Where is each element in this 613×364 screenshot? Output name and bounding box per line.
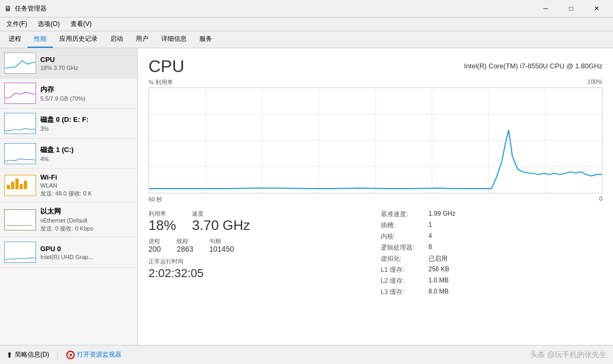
socket-key: 插槽:: [381, 221, 428, 230]
gpu-sidebar-sub: Intel(R) UHD Grap...: [40, 254, 93, 260]
disk0-sidebar-sub: 3%: [40, 126, 89, 132]
minimize-button[interactable]: ─: [533, 2, 558, 15]
disk0-sidebar-title: 磁盘 0 (D: E: F:: [40, 115, 89, 125]
mem-sidebar-sub: 5.5/7.9 GB (70%): [40, 95, 85, 102]
detail-header: CPU Intel(R) Core(TM) i7-8550U CPU @ 1.8…: [148, 57, 602, 76]
wifi-bar-1: [7, 185, 10, 189]
cpu-sidebar-info: CPU 18% 3.70 GHz: [40, 56, 78, 71]
open-monitor-label: 打开资源监视器: [77, 350, 121, 359]
sidebar-item-wifi[interactable]: Wi-Fi WLAN 发送: 48.0 接收: 0 K: [0, 169, 137, 202]
tab-bar: 进程 性能 应用历史记录 启动 用户 详细信息 服务: [0, 31, 613, 48]
l1-val: 256 KB: [428, 265, 449, 274]
handle-label: 句柄: [209, 237, 234, 245]
wifi-bar-3: [15, 179, 19, 189]
l3-val: 8.0 MB: [428, 288, 449, 297]
info-row-logical: 逻辑处理器: 8: [381, 243, 602, 252]
wifi-sidebar-title: Wi-Fi: [40, 173, 92, 181]
chart-time-row: 60 秒 0: [148, 196, 602, 203]
process-value: 200: [148, 245, 161, 253]
detail-panel: CPU Intel(R) Core(TM) i7-8550U CPU @ 1.8…: [138, 48, 613, 364]
tab-process[interactable]: 进程: [2, 31, 28, 48]
disk0-sidebar-info: 磁盘 0 (D: E: F: 3%: [40, 115, 89, 132]
usage-label: 利用率: [148, 210, 176, 218]
stats-left: 利用率 18% 速度 3.70 GHz 进程 200: [148, 210, 370, 299]
speed-label: 速度: [192, 210, 250, 218]
gpu-sidebar-title: GPU 0: [40, 245, 93, 253]
tab-users[interactable]: 用户: [129, 31, 155, 48]
handle-value: 101450: [209, 245, 234, 253]
gpu-thumbnail: [4, 242, 36, 263]
logical-key: 逻辑处理器:: [381, 243, 428, 252]
wifi-bar-4: [20, 184, 23, 189]
tab-performance[interactable]: 性能: [28, 31, 53, 48]
sidebar-item-disk1[interactable]: 磁盘 1 (C:) 4%: [0, 139, 137, 169]
title-bar: 🖥 任务管理器 ─ □ ✕: [0, 0, 613, 17]
info-row-virt: 虚拟化: 已启用: [381, 254, 602, 263]
info-row-l3: L3 缓存: 8.0 MB: [381, 288, 602, 297]
expand-label: 简略信息(D): [15, 350, 49, 359]
info-row-core: 内核: 4: [381, 232, 602, 241]
footer-divider: │: [56, 351, 60, 359]
expand-button[interactable]: ⬆ 简略信息(D): [6, 350, 49, 359]
core-key: 内核:: [381, 232, 428, 241]
tab-app-history[interactable]: 应用历史记录: [53, 31, 104, 48]
wifi-sidebar-sub: 发送: 48.0 接收: 0 K: [40, 190, 92, 198]
chart-grid: [149, 88, 602, 193]
sidebar-item-disk0[interactable]: 磁盘 0 (D: E: F: 3%: [0, 109, 137, 139]
tab-startup[interactable]: 启动: [104, 31, 129, 48]
chart-time-right: 0: [599, 196, 602, 203]
mem-sidebar-title: 内存: [40, 85, 85, 94]
app-icon: 🖥: [4, 4, 12, 13]
core-val: 4: [428, 232, 432, 241]
stat-col-speed: 速度 3.70 GHz: [192, 210, 250, 233]
info-row-l2: L2 缓存: 1.0 MB: [381, 277, 602, 286]
wifi-thumbnail: [4, 175, 36, 196]
info-row-basespeed: 基准速度: 1.99 GHz: [381, 210, 602, 219]
eth-no-signal: [7, 225, 31, 226]
footer-left: ⬆ 简略信息(D) │ ✕ 打开资源监视器: [6, 350, 121, 359]
stat-row-usage-speed: 利用率 18% 速度 3.70 GHz: [148, 210, 370, 233]
mem-sidebar-info: 内存 5.5/7.9 GB (70%): [40, 85, 85, 102]
wifi-sidebar-info: Wi-Fi WLAN 发送: 48.0 接收: 0 K: [40, 173, 92, 198]
maximize-button[interactable]: □: [559, 2, 583, 15]
menu-file[interactable]: 文件(F): [2, 19, 31, 30]
eth-sidebar-title: 以太网: [40, 207, 93, 216]
menu-view[interactable]: 查看(V): [66, 19, 96, 30]
process-label: 进程: [148, 237, 161, 245]
sidebar-item-eth[interactable]: 以太网 vEthernet (Default 发送: 0 接收: 0 Kbps: [0, 202, 137, 237]
disk0-thumbnail: [4, 113, 36, 134]
usage-value: 18%: [148, 218, 176, 233]
detail-title: CPU: [148, 57, 185, 76]
wifi-sidebar-sub2: WLAN: [40, 182, 92, 189]
stat-group-uptime: 正常运行时间 2:02:32:05: [148, 258, 370, 280]
socket-val: 1: [428, 221, 432, 230]
chart-y-label: % 利用率: [148, 78, 173, 86]
open-monitor-link[interactable]: ✕ 打开资源监视器: [66, 350, 121, 359]
gpu-sidebar-info: GPU 0 Intel(R) UHD Grap...: [40, 245, 93, 260]
sidebar-item-cpu[interactable]: CPU 18% 3.70 GHz: [0, 48, 137, 78]
eth-sidebar-sub2: vEthernet (Default: [40, 217, 93, 224]
info-row-l1: L1 缓存: 256 KB: [381, 265, 602, 274]
uptime-label: 正常运行时间: [148, 258, 370, 265]
base-speed-val: 1.99 GHz: [428, 210, 456, 219]
stats-area: 利用率 18% 速度 3.70 GHz 进程 200: [148, 210, 602, 299]
app-title: 任务管理器: [15, 4, 47, 13]
cpu-chart: [148, 87, 602, 193]
sidebar-item-gpu[interactable]: GPU 0 Intel(R) UHD Grap...: [0, 237, 137, 268]
uptime-value: 2:02:32:05: [148, 267, 370, 280]
wifi-bar: [5, 175, 36, 191]
title-bar-left: 🖥 任务管理器: [4, 4, 47, 13]
chart-y-100: 100%: [588, 78, 602, 86]
expand-icon: ⬆: [6, 351, 13, 359]
tab-details[interactable]: 详细信息: [155, 31, 193, 48]
tab-services[interactable]: 服务: [193, 31, 218, 48]
menu-options[interactable]: 选项(O): [33, 19, 64, 30]
sidebar-item-memory[interactable]: 内存 5.5/7.9 GB (70%): [0, 78, 137, 109]
cpu-chart-svg: [149, 88, 602, 193]
close-button[interactable]: ✕: [584, 2, 609, 15]
l2-val: 1.0 MB: [428, 277, 449, 286]
mem-thumbnail: [4, 83, 36, 104]
stats-right: 基准速度: 1.99 GHz 插槽: 1 内核: 4 逻辑处理器:: [370, 210, 602, 299]
main-content: CPU 18% 3.70 GHz 内存 5.5/7.9 GB (70%): [0, 48, 613, 364]
logical-val: 8: [428, 243, 432, 252]
